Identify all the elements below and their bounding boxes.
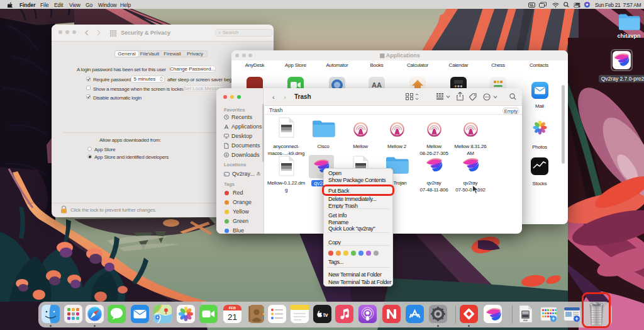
svg-text:FEB: FEB (229, 306, 236, 310)
svg-text:21: 21 (228, 312, 237, 322)
svg-text:tv: tv (323, 312, 328, 318)
